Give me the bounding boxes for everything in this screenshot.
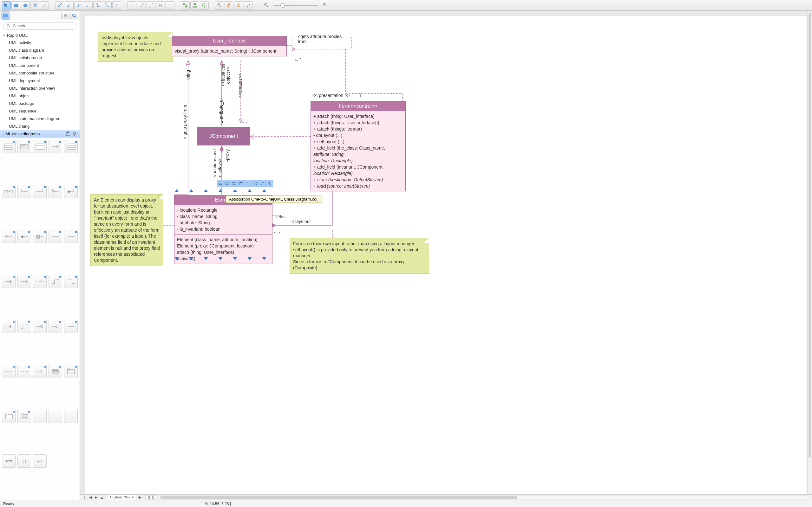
tree-item[interactable]: UML object (0, 92, 80, 100)
tree-item[interactable]: UML class diagram (0, 47, 80, 54)
tree-item[interactable]: UML package (0, 100, 80, 107)
align5-tool[interactable] (165, 1, 174, 9)
next-page-icon[interactable]: ▲ (100, 495, 104, 500)
hscroll-thumb[interactable] (160, 496, 517, 499)
library-tab[interactable] (1, 11, 10, 20)
horizontal-scrollbar[interactable] (160, 496, 809, 499)
page-thumbnails[interactable] (146, 496, 156, 499)
save-lib-icon[interactable] (66, 131, 71, 136)
palette-btn[interactable] (259, 180, 266, 187)
palette-btn[interactable] (266, 180, 273, 187)
shape-b5[interactable]: 1..* (64, 320, 78, 333)
sel-marker[interactable] (247, 257, 252, 260)
rect-tool[interactable] (11, 1, 20, 9)
conn6-tool[interactable] (103, 1, 112, 9)
vscroll-thumb[interactable] (809, 13, 811, 458)
text-tool[interactable] (31, 1, 39, 9)
line-tool[interactable] (40, 1, 49, 9)
shape-class2[interactable] (17, 140, 31, 153)
shape-interface[interactable] (49, 140, 62, 153)
zoom-in-tool[interactable] (215, 1, 224, 9)
shape-dep2[interactable] (17, 275, 31, 288)
shape-dep1[interactable] (2, 275, 15, 288)
shape-arr2[interactable] (17, 230, 31, 243)
palette-btn[interactable] (252, 180, 259, 187)
shape-arr4[interactable] (49, 230, 62, 243)
tree-item[interactable]: UML activity (0, 39, 80, 47)
note-form[interactable]: Forms do their own layout rather than us… (290, 238, 429, 274)
tree-item[interactable]: UML state machine diagram (0, 115, 80, 123)
shape-text[interactable]: Text (2, 454, 15, 468)
conn5-tool[interactable] (93, 1, 102, 9)
first-page-icon[interactable]: ◀ (88, 495, 93, 500)
search-tab[interactable] (70, 12, 78, 19)
conn1-tool[interactable] (55, 1, 64, 9)
tree-item[interactable]: UML timing (0, 123, 80, 130)
shape-c5[interactable] (64, 365, 78, 378)
sel-marker[interactable] (204, 257, 208, 260)
palette-btn[interactable] (245, 180, 252, 187)
sel-marker[interactable] (204, 189, 208, 192)
layout1-tool[interactable] (181, 1, 190, 9)
shape-d1[interactable] (2, 410, 15, 423)
note-displayable[interactable]: <<displayable>>objects implement User_in… (98, 32, 173, 62)
sel-marker[interactable] (174, 257, 179, 260)
palette-btn[interactable] (217, 180, 224, 187)
sel-marker[interactable] (189, 189, 194, 192)
shape-assoc4[interactable]: 1 (49, 185, 62, 199)
class-element[interactable]: -Element - location: Rectangle - class_n… (174, 195, 272, 264)
shape-assoc1[interactable] (2, 185, 15, 199)
shape-b3[interactable] (33, 320, 47, 333)
class-user-interface[interactable]: User_interface visual_proxy (attribute_n… (172, 36, 287, 56)
shape-assoc3[interactable]: 1* (33, 185, 47, 199)
class-jcomponent[interactable]: JComponent (197, 127, 250, 146)
list-view-tab[interactable] (61, 12, 69, 19)
tree-item[interactable]: UML deployment (0, 77, 80, 84)
shape-d2[interactable] (17, 410, 31, 423)
layout3-tool[interactable] (200, 1, 209, 9)
shape-arr5[interactable] (64, 230, 78, 243)
tree-item[interactable]: UML component (0, 62, 80, 69)
palette-btn[interactable] (231, 180, 238, 187)
canvas[interactable]: <<displayable>>objects implement User_in… (85, 16, 807, 494)
shape-c1[interactable] (2, 365, 15, 378)
floating-palette[interactable] (217, 180, 273, 187)
shape-arrows[interactable]: « » (33, 454, 47, 468)
conn3-tool[interactable] (74, 1, 83, 9)
tree-item[interactable]: UML sequence (0, 107, 80, 115)
close-lib-icon[interactable] (72, 131, 77, 136)
palette-btn[interactable] (224, 180, 231, 187)
conn2-tool[interactable] (65, 1, 73, 9)
sel-marker[interactable] (233, 189, 237, 192)
sel-marker[interactable] (218, 257, 223, 260)
pause-icon[interactable]: ‖ (83, 495, 87, 500)
ellipse-tool[interactable] (21, 1, 30, 9)
tree-root[interactable]: ▼Rapid UML (0, 32, 80, 39)
shape-c3[interactable] (33, 365, 47, 378)
zoom-slider-thumb[interactable] (281, 3, 285, 8)
eyedrop-tool[interactable] (244, 1, 252, 9)
align1-tool[interactable] (128, 1, 136, 9)
shape-d3[interactable] (33, 410, 47, 423)
sel-marker[interactable] (218, 189, 223, 192)
shape-d5[interactable] (64, 410, 78, 423)
shape-class3[interactable] (33, 140, 47, 153)
tree-item[interactable]: UML interaction overview (0, 84, 80, 92)
sel-marker[interactable] (247, 189, 252, 192)
hand-tool[interactable] (224, 1, 234, 9)
align3-tool[interactable] (147, 1, 155, 9)
sel-marker[interactable] (189, 257, 194, 260)
tree-item[interactable]: UML collaboration (0, 54, 80, 62)
note-element[interactable]: An Element can display a proxy for an ab… (90, 194, 163, 266)
shape-dep3[interactable] (33, 275, 47, 288)
conn4-tool[interactable] (84, 1, 93, 9)
shape-assoc5[interactable]: * (64, 185, 78, 199)
zoom-slider[interactable] (273, 5, 318, 6)
pointer-tool[interactable] (2, 1, 11, 9)
shape-dep5[interactable] (64, 275, 78, 288)
shape-dep4[interactable] (49, 275, 62, 288)
layout2-tool[interactable] (190, 1, 199, 9)
palette-btn[interactable] (238, 180, 245, 187)
class-form[interactable]: Form<<control>> + attach (thing: User_in… (310, 101, 406, 191)
shape-class4[interactable] (64, 140, 78, 153)
